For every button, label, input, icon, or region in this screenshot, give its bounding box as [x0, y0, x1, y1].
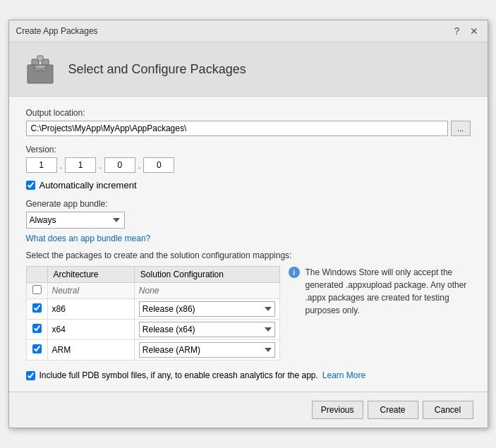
svg-rect-1: [35, 65, 46, 71]
pdb-checkbox[interactable]: [26, 371, 35, 380]
col-header-check: [26, 267, 47, 283]
x64-config-select[interactable]: Release (x64) Debug (x64): [139, 322, 275, 337]
auto-increment-label[interactable]: Automatically increment: [40, 180, 137, 190]
bundle-section: Generate app bundle: Always If needed Ne…: [26, 199, 471, 243]
config-cell: Release (ARM) Debug (ARM): [134, 340, 279, 361]
title-bar-left: Create App Packages: [16, 26, 98, 36]
cancel-button[interactable]: Cancel: [423, 401, 473, 419]
output-location-input[interactable]: [26, 121, 448, 136]
row-checkbox-cell: [26, 320, 47, 340]
browse-button[interactable]: ...: [451, 121, 471, 136]
x64-checkbox[interactable]: [32, 324, 42, 333]
version-dot-3: .: [138, 160, 141, 171]
row-checkbox-cell: [26, 340, 47, 361]
arch-cell: x64: [47, 320, 134, 340]
packages-table: Architecture Solution Configuration: [26, 266, 280, 361]
header-title: Select and Configure Packages: [68, 62, 246, 77]
version-dot-1: .: [60, 160, 63, 171]
create-app-packages-dialog: Create App Packages ? ✕ Select and Confi…: [8, 20, 488, 428]
packages-section: Select the packages to create and the so…: [26, 250, 471, 361]
footer: Previous Create Cancel: [9, 392, 488, 428]
table-row: Neutral None: [26, 283, 279, 299]
pdb-row: Include full PDB symbol files, if any, t…: [26, 370, 471, 380]
packages-layout: Architecture Solution Configuration: [26, 266, 471, 361]
version-major[interactable]: [26, 157, 57, 173]
bundle-select[interactable]: Always If needed Never: [26, 212, 125, 229]
arm-config-select[interactable]: Release (ARM) Debug (ARM): [139, 342, 275, 358]
bundle-label: Generate app bundle:: [26, 199, 471, 209]
x86-checkbox[interactable]: [32, 303, 42, 313]
neutral-checkbox[interactable]: [32, 285, 42, 294]
version-row: . . .: [26, 157, 471, 173]
title-bar: Create App Packages ? ✕: [9, 20, 488, 42]
arch-label-x86: x86: [52, 304, 66, 314]
output-row: ...: [26, 121, 471, 136]
svg-rect-4: [37, 56, 43, 61]
version-dot-2: .: [99, 160, 102, 171]
auto-increment-row: Automatically increment: [26, 180, 471, 190]
arch-label-arm: ARM: [52, 345, 71, 355]
arch-label-neutral: Neutral: [52, 286, 80, 296]
x86-config-select[interactable]: Release (x86) Debug (x86): [139, 301, 275, 317]
title-bar-actions: ? ✕: [451, 25, 480, 37]
info-box: i The Windows Store will only accept the…: [289, 266, 471, 317]
pdb-learn-more-link[interactable]: Learn More: [322, 370, 365, 380]
config-cell: Release (x64) Debug (x64): [134, 320, 279, 340]
config-label-none: None: [139, 286, 159, 296]
info-text: The Windows Store will only accept the g…: [306, 266, 471, 317]
create-button[interactable]: Create: [368, 401, 418, 419]
arch-cell: x86: [47, 299, 134, 320]
version-label: Version:: [26, 145, 471, 155]
row-checkbox-cell: [26, 299, 47, 320]
header-section: Select and Configure Packages: [9, 42, 488, 97]
auto-increment-checkbox[interactable]: [26, 181, 35, 190]
package-icon: [23, 52, 57, 86]
version-build[interactable]: [104, 157, 135, 173]
packages-table-wrap: Architecture Solution Configuration: [26, 266, 280, 361]
dialog-title: Create App Packages: [16, 26, 98, 36]
arch-label-x64: x64: [52, 325, 66, 334]
table-row: x64 Release (x64) Debug (x64): [26, 320, 279, 340]
col-header-solution-config: Solution Configuration: [134, 267, 279, 283]
pdb-label[interactable]: Include full PDB symbol files, if any, t…: [40, 370, 318, 380]
previous-button[interactable]: Previous: [312, 401, 363, 419]
info-row: i The Windows Store will only accept the…: [289, 266, 471, 317]
help-button[interactable]: ?: [451, 25, 464, 37]
version-section: Version: . . .: [26, 145, 471, 173]
table-row: x86 Release (x86) Debug (x86): [26, 299, 279, 320]
table-row: ARM Release (ARM) Debug (ARM): [26, 340, 279, 361]
arm-checkbox[interactable]: [32, 344, 42, 353]
row-checkbox-cell: [26, 283, 47, 299]
version-revision[interactable]: [143, 157, 174, 173]
close-button[interactable]: ✕: [468, 25, 480, 37]
content-area: Output location: ... Version: . . . Auto…: [9, 97, 488, 392]
config-cell: Release (x86) Debug (x86): [134, 299, 279, 320]
config-cell: None: [134, 283, 279, 299]
col-header-architecture: Architecture: [47, 267, 134, 283]
bundle-help-link[interactable]: What does an app bundle mean?: [26, 234, 151, 243]
info-icon: i: [289, 267, 300, 278]
arch-cell: ARM: [47, 340, 134, 361]
arch-cell: Neutral: [47, 283, 134, 299]
output-location-label: Output location:: [26, 108, 471, 118]
version-minor[interactable]: [65, 157, 96, 173]
packages-section-label: Select the packages to create and the so…: [26, 250, 471, 260]
